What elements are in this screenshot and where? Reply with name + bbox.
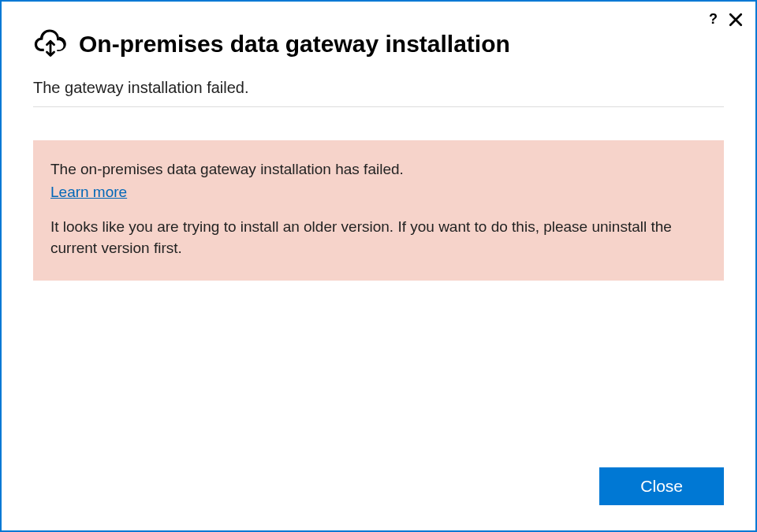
close-button[interactable]: Close [599, 467, 724, 505]
error-box: The on-premises data gateway installatio… [33, 140, 724, 281]
page-title: On-premises data gateway installation [79, 31, 510, 58]
error-title: The on-premises data gateway installatio… [50, 159, 707, 180]
dialog-content: The gateway installation failed. The on-… [2, 79, 755, 467]
dialog-header: On-premises data gateway installation [2, 2, 755, 79]
installer-window: ? On-premises data gateway installation … [0, 0, 757, 532]
status-message: The gateway installation failed. [33, 79, 724, 107]
cloud-gateway-icon [33, 25, 68, 63]
dialog-footer: Close [2, 467, 755, 530]
close-icon[interactable] [727, 11, 744, 28]
help-icon[interactable]: ? [706, 9, 721, 29]
learn-more-link[interactable]: Learn more [50, 184, 127, 200]
error-detail: It looks like you are trying to install … [50, 217, 707, 259]
titlebar-controls: ? [706, 9, 744, 29]
